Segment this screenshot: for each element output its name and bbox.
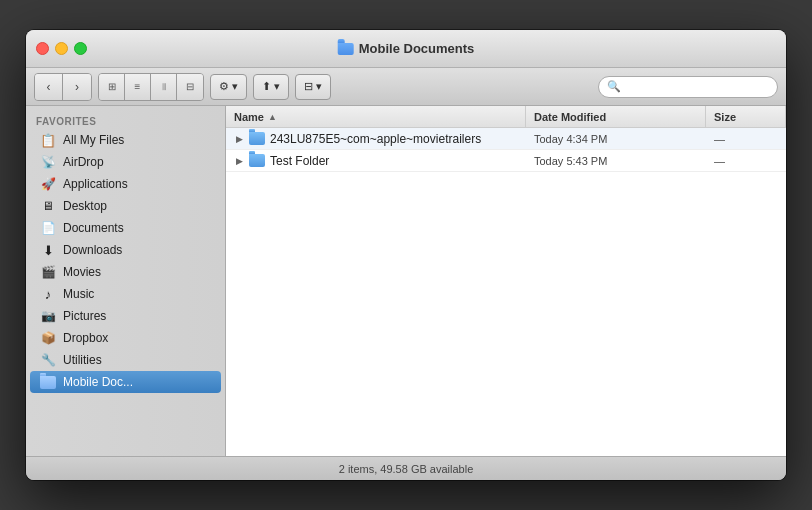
sidebar-item-label: Mobile Doc... — [63, 375, 133, 389]
utilities-icon: 🔧 — [40, 352, 56, 368]
sidebar-item-pictures[interactable]: 📷 Pictures — [30, 305, 221, 327]
sidebar-item-dropbox[interactable]: 📦 Dropbox — [30, 327, 221, 349]
sidebar-item-label: Pictures — [63, 309, 106, 323]
file-date: Today 4:34 PM — [534, 133, 607, 145]
share-button[interactable]: ⬆ ▾ — [253, 74, 289, 100]
close-button[interactable] — [36, 42, 49, 55]
sidebar-item-label: Movies — [63, 265, 101, 279]
size-column-header[interactable]: Size — [706, 106, 786, 127]
share-icon: ⬆ — [262, 80, 271, 93]
file-name-cell: ▶ 243LU875E5~com~apple~movietrailers — [226, 132, 526, 146]
maximize-button[interactable] — [74, 42, 87, 55]
table-row[interactable]: ▶ 243LU875E5~com~apple~movietrailers Tod… — [226, 128, 786, 150]
sidebar-item-label: Utilities — [63, 353, 102, 367]
sidebar-item-label: Documents — [63, 221, 124, 235]
sidebar-item-music[interactable]: ♪ Music — [30, 283, 221, 305]
all-my-files-icon: 📋 — [40, 132, 56, 148]
date-column-label: Date Modified — [534, 111, 606, 123]
sidebar-item-all-my-files[interactable]: 📋 All My Files — [30, 129, 221, 151]
file-size: — — [714, 133, 725, 145]
coverflow-view-button[interactable]: ⊟ — [177, 74, 203, 100]
name-column-label: Name — [234, 111, 264, 123]
dropbox-icon: 📦 — [40, 330, 56, 346]
sidebar: FAVORITES 📋 All My Files 📡 AirDrop 🚀 App… — [26, 106, 226, 456]
sidebar-item-label: Downloads — [63, 243, 122, 257]
mobile-doc-icon — [40, 374, 56, 390]
sort-arrow-icon: ▲ — [268, 112, 277, 122]
sidebar-item-mobile-doc[interactable]: Mobile Doc... — [30, 371, 221, 393]
titlebar: Mobile Documents — [26, 30, 786, 68]
sidebar-section-label: FAVORITES — [26, 112, 225, 129]
main-content: FAVORITES 📋 All My Files 📡 AirDrop 🚀 App… — [26, 106, 786, 456]
desktop-icon: 🖥 — [40, 198, 56, 214]
sidebar-item-label: All My Files — [63, 133, 124, 147]
file-size-cell: — — [706, 133, 786, 145]
file-date-cell: Today 4:34 PM — [526, 133, 706, 145]
airdrop-icon: 📡 — [40, 154, 56, 170]
toolbar: ‹ › ⊞ ≡ ⦀ ⊟ ⚙ ▾ ⬆ ▾ ⊟ ▾ 🔍 — [26, 68, 786, 106]
search-icon: 🔍 — [607, 80, 621, 93]
expand-arrow-icon[interactable]: ▶ — [234, 134, 244, 144]
arrange-icon: ⊟ — [304, 80, 313, 93]
downloads-icon: ⬇ — [40, 242, 56, 258]
file-size: — — [714, 155, 725, 167]
file-date-cell: Today 5:43 PM — [526, 155, 706, 167]
sidebar-item-label: Desktop — [63, 199, 107, 213]
sidebar-item-label: Dropbox — [63, 331, 108, 345]
sidebar-item-desktop[interactable]: 🖥 Desktop — [30, 195, 221, 217]
name-column-header[interactable]: Name ▲ — [226, 106, 526, 127]
sidebar-item-downloads[interactable]: ⬇ Downloads — [30, 239, 221, 261]
file-list: ▶ 243LU875E5~com~apple~movietrailers Tod… — [226, 128, 786, 456]
file-name-cell: ▶ Test Folder — [226, 154, 526, 168]
folder-icon — [249, 132, 265, 145]
folder-icon — [249, 154, 265, 167]
date-column-header[interactable]: Date Modified — [526, 106, 706, 127]
nav-buttons: ‹ › — [34, 73, 92, 101]
sidebar-item-utilities[interactable]: 🔧 Utilities — [30, 349, 221, 371]
title-text: Mobile Documents — [359, 41, 475, 56]
statusbar: 2 items, 49.58 GB available — [26, 456, 786, 480]
minimize-button[interactable] — [55, 42, 68, 55]
expand-arrow-icon[interactable]: ▶ — [234, 156, 244, 166]
sidebar-item-movies[interactable]: 🎬 Movies — [30, 261, 221, 283]
file-date: Today 5:43 PM — [534, 155, 607, 167]
table-row[interactable]: ▶ Test Folder Today 5:43 PM — — [226, 150, 786, 172]
action-button[interactable]: ⚙ ▾ — [210, 74, 247, 100]
file-name: 243LU875E5~com~apple~movietrailers — [270, 132, 481, 146]
list-view-button[interactable]: ≡ — [125, 74, 151, 100]
size-column-label: Size — [714, 111, 736, 123]
sidebar-item-label: AirDrop — [63, 155, 104, 169]
back-button[interactable]: ‹ — [35, 74, 63, 100]
gear-icon: ⚙ — [219, 80, 229, 93]
action-dropdown-arrow: ▾ — [232, 80, 238, 93]
search-box[interactable]: 🔍 — [598, 76, 778, 98]
sidebar-item-airdrop[interactable]: 📡 AirDrop — [30, 151, 221, 173]
file-content: Name ▲ Date Modified Size ▶ 243LU875E5~c… — [226, 106, 786, 456]
status-text: 2 items, 49.58 GB available — [339, 463, 474, 475]
movies-icon: 🎬 — [40, 264, 56, 280]
music-icon: ♪ — [40, 286, 56, 302]
forward-button[interactable]: › — [63, 74, 91, 100]
column-headers: Name ▲ Date Modified Size — [226, 106, 786, 128]
icon-view-button[interactable]: ⊞ — [99, 74, 125, 100]
file-name: Test Folder — [270, 154, 329, 168]
view-buttons: ⊞ ≡ ⦀ ⊟ — [98, 73, 204, 101]
window-controls — [36, 42, 87, 55]
title-folder-icon — [338, 43, 354, 55]
sidebar-item-applications[interactable]: 🚀 Applications — [30, 173, 221, 195]
finder-window: Mobile Documents ‹ › ⊞ ≡ ⦀ ⊟ ⚙ ▾ ⬆ ▾ ⊟ ▾… — [26, 30, 786, 480]
arrange-button[interactable]: ⊟ ▾ — [295, 74, 331, 100]
sidebar-item-documents[interactable]: 📄 Documents — [30, 217, 221, 239]
sidebar-item-label: Music — [63, 287, 94, 301]
share-dropdown-arrow: ▾ — [274, 80, 280, 93]
sidebar-item-label: Applications — [63, 177, 128, 191]
window-title: Mobile Documents — [338, 41, 475, 56]
arrange-dropdown-arrow: ▾ — [316, 80, 322, 93]
file-size-cell: — — [706, 155, 786, 167]
documents-icon: 📄 — [40, 220, 56, 236]
column-view-button[interactable]: ⦀ — [151, 74, 177, 100]
pictures-icon: 📷 — [40, 308, 56, 324]
applications-icon: 🚀 — [40, 176, 56, 192]
